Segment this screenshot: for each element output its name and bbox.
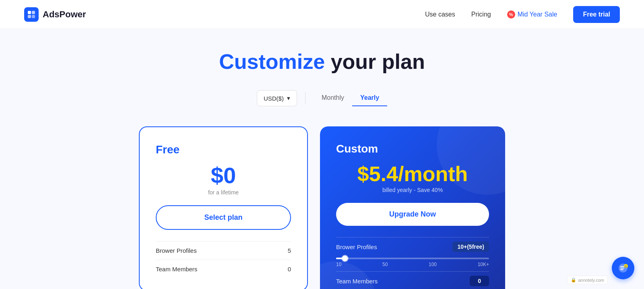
profiles-slider-labels: 10 50 100 10K+ [336, 262, 489, 267]
profiles-label-100: 100 [429, 262, 437, 267]
free-members-label: Team Members [156, 266, 197, 272]
yearly-toggle[interactable]: Yearly [352, 90, 387, 106]
custom-plan-price: $5.4/month [336, 163, 489, 184]
custom-profiles-label: Brower Profiles [336, 244, 377, 250]
free-plan-card: Free $0 for a lifetime Select plan Browe… [139, 126, 308, 289]
currency-chevron-icon: ▾ [287, 95, 290, 102]
logo-text: AdsPower [43, 9, 86, 20]
annotely-badge: 🔒 annotely.com [567, 276, 608, 284]
free-profiles-row: Brower Profiles 5 [156, 241, 291, 260]
svg-rect-3 [32, 15, 35, 18]
currency-dropdown[interactable]: USD($) ▾ [257, 90, 297, 106]
custom-billing-info: billed yearly - Save 40% [336, 187, 489, 193]
profiles-label-50: 50 [382, 262, 388, 267]
free-plan-price: $0 [156, 164, 291, 187]
chat-widget[interactable]: C [612, 257, 634, 279]
main-content: Customize your plan USD($) ▾ Monthly Yea… [0, 29, 644, 289]
page-title: Customize your plan [8, 49, 636, 74]
free-plan-lifetime: for a lifetime [156, 189, 291, 196]
navbar: AdsPower Use cases Pricing % Mid Year Sa… [0, 0, 644, 29]
billing-toggle-area: USD($) ▾ Monthly Yearly [8, 90, 636, 106]
title-colored: Customize [219, 50, 325, 73]
custom-members-row: Team Members 0 [336, 271, 489, 289]
profiles-slider-track [336, 258, 489, 259]
monthly-toggle[interactable]: Monthly [314, 90, 352, 106]
pricing-cards: Free $0 for a lifetime Select plan Browe… [8, 126, 636, 289]
mid-year-sale-link[interactable]: % Mid Year Sale [507, 10, 557, 19]
toggle-divider [305, 92, 305, 104]
profiles-slider-thumb [342, 256, 348, 261]
free-members-value: 0 [288, 266, 291, 272]
nav-use-cases[interactable]: Use cases [425, 11, 455, 18]
custom-profiles-row: Brower Profiles 10+(5free) [336, 237, 489, 256]
custom-members-label: Team Members [336, 278, 378, 285]
profiles-slider-area: 10 50 100 10K+ [336, 256, 489, 271]
annotely-icon: 🔒 [571, 277, 576, 283]
svg-rect-1 [32, 11, 35, 14]
custom-plan-card: Custom $5.4/month billed yearly - Save 4… [320, 126, 505, 289]
profiles-label-max: 10K+ [478, 262, 489, 267]
svg-rect-2 [28, 15, 31, 18]
nav-pricing[interactable]: Pricing [471, 11, 491, 18]
free-profiles-label: Brower Profiles [156, 247, 197, 254]
free-members-row: Team Members 0 [156, 260, 291, 278]
free-profiles-value: 5 [288, 247, 291, 254]
select-plan-button[interactable]: Select plan [156, 205, 291, 230]
logo-icon [24, 7, 39, 22]
svg-text:C: C [625, 265, 627, 268]
custom-members-value: 0 [470, 276, 489, 286]
custom-profiles-value: 10+(5free) [452, 242, 489, 252]
free-trial-button[interactable]: Free trial [573, 6, 620, 23]
annotely-label: annotely.com [578, 278, 604, 283]
profiles-label-10: 10 [336, 262, 341, 267]
logo[interactable]: AdsPower [24, 7, 86, 22]
title-normal: your plan [331, 50, 425, 73]
currency-value: USD($) [264, 95, 284, 102]
nav-links: Use cases Pricing % Mid Year Sale Free t… [425, 6, 620, 23]
sale-icon: % [507, 10, 515, 19]
billing-options: Monthly Yearly [314, 90, 387, 106]
free-plan-name: Free [156, 143, 291, 156]
sale-label: Mid Year Sale [518, 11, 557, 18]
custom-plan-name: Custom [336, 142, 489, 155]
svg-rect-0 [28, 11, 31, 14]
upgrade-now-button[interactable]: Upgrade Now [336, 203, 489, 226]
